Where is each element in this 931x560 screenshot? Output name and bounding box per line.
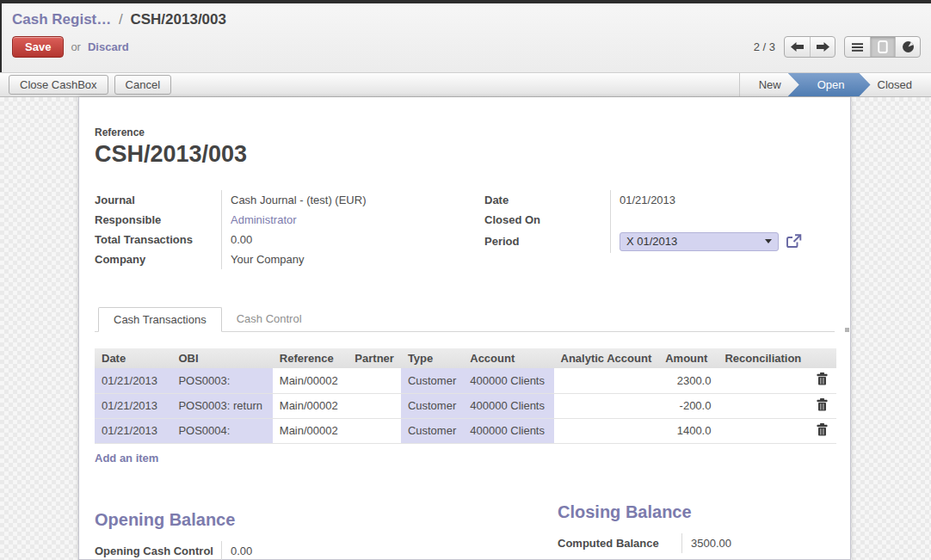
- cell-obi[interactable]: POS0004:: [171, 418, 272, 443]
- list-view-button[interactable]: [845, 37, 870, 57]
- field-opening-cash-control: Opening Cash Control 0.00: [95, 541, 558, 560]
- cell-reference[interactable]: Main/00002: [273, 368, 348, 393]
- col-header-delete: [808, 348, 836, 368]
- cell-obi[interactable]: POS0003:: [171, 368, 272, 393]
- col-header-obi[interactable]: OBI: [171, 348, 272, 368]
- trash-icon: [817, 423, 828, 436]
- cash-transactions-table: DateOBIReferencePartnerTypeAccountAnalyt…: [95, 348, 836, 444]
- cell-account[interactable]: 400000 Clients: [463, 368, 553, 393]
- total-transactions-label: Total Transactions: [95, 230, 222, 249]
- cancel-button[interactable]: Cancel: [114, 75, 171, 95]
- cell-partner[interactable]: [348, 368, 401, 393]
- cell-reference[interactable]: Main/00002: [273, 418, 348, 443]
- cell-reconciliation[interactable]: [718, 393, 808, 418]
- opening-cash-control-value: 0.00: [222, 545, 558, 557]
- journal-value: Cash Journal - (test) (EUR): [222, 194, 484, 206]
- cell-amount[interactable]: 2300.0: [658, 368, 718, 393]
- col-header-amount[interactable]: Amount: [658, 348, 718, 368]
- cell-partner[interactable]: [348, 418, 401, 443]
- field-company: Company Your Company: [95, 249, 484, 269]
- app-header: Cash Regist… / CSH/2013/003 Save or Disc…: [0, 3, 931, 72]
- save-button[interactable]: Save: [12, 36, 64, 58]
- cell-amount[interactable]: 1400.0: [658, 418, 718, 443]
- computed-balance-value: 3500.00: [682, 537, 835, 550]
- table-row[interactable]: 01/21/2013POS0004:Main/00002Customer4000…: [95, 418, 836, 443]
- col-header-type[interactable]: Type: [401, 348, 463, 368]
- responsible-link[interactable]: Administrator: [231, 213, 297, 226]
- tab-cash-transactions[interactable]: Cash Transactions: [98, 307, 222, 332]
- cell-analytic-account[interactable]: [554, 368, 659, 393]
- cell-reference[interactable]: Main/00002: [273, 393, 348, 418]
- field-journal: Journal Cash Journal - (test) (EUR): [95, 190, 484, 210]
- period-label: Period: [484, 230, 611, 253]
- list-view-icon: [852, 42, 863, 52]
- pager-count: 2 / 3: [754, 40, 775, 53]
- delete-row-button[interactable]: [808, 418, 836, 443]
- closing-balance-section: Closing Balance Computed Balance 3500.00: [558, 502, 835, 560]
- col-header-partner[interactable]: Partner: [348, 348, 401, 368]
- responsible-label: Responsible: [95, 210, 222, 230]
- table-header-row: DateOBIReferencePartnerTypeAccountAnalyt…: [95, 348, 836, 368]
- cell-date[interactable]: 01/21/2013: [95, 393, 171, 418]
- col-header-reference[interactable]: Reference: [273, 348, 348, 368]
- trash-icon: [817, 398, 828, 411]
- tab-cash-control[interactable]: Cash Control: [222, 307, 317, 331]
- cell-type[interactable]: Customer: [401, 418, 463, 443]
- breadcrumb: Cash Regist… / CSH/2013/003: [12, 3, 921, 28]
- reference-label: Reference: [95, 126, 835, 138]
- opening-balance-section: Opening Balance Opening Cash Control 0.0…: [95, 510, 558, 560]
- pager-next-button[interactable]: [810, 37, 835, 57]
- cell-reconciliation[interactable]: [718, 368, 808, 393]
- graph-view-button[interactable]: [895, 37, 920, 57]
- delete-row-button[interactable]: [808, 368, 836, 393]
- opening-cash-control-label: Opening Cash Control: [95, 541, 222, 560]
- cell-date[interactable]: 01/21/2013: [95, 368, 171, 393]
- external-link-icon[interactable]: [786, 234, 802, 249]
- period-select[interactable]: X 01/2013: [620, 232, 779, 251]
- trash-icon: [817, 372, 828, 385]
- table-scrollbar-dot: [845, 328, 849, 332]
- closed-on-label: Closed On: [484, 210, 611, 230]
- col-header-account[interactable]: Account: [463, 348, 553, 368]
- cell-analytic-account[interactable]: [554, 418, 659, 443]
- period-selected-value: X 01/2013: [626, 235, 765, 248]
- cell-type[interactable]: Customer: [401, 368, 463, 393]
- pager-buttons: [784, 36, 835, 58]
- cell-reconciliation[interactable]: [718, 418, 808, 443]
- cell-obi[interactable]: POS0003: return: [171, 393, 272, 418]
- cell-account[interactable]: 400000 Clients: [463, 393, 553, 418]
- breadcrumb-separator: /: [115, 11, 126, 28]
- form-view-icon: [878, 40, 888, 53]
- col-header-analytic-account[interactable]: Analytic Account: [554, 348, 659, 368]
- field-date: Date 01/21/2013: [484, 190, 835, 210]
- cell-account[interactable]: 400000 Clients: [463, 418, 553, 443]
- date-value: 01/21/2013: [611, 194, 835, 206]
- right-arrow-icon: [816, 41, 830, 52]
- delete-row-button[interactable]: [808, 393, 836, 418]
- add-an-item-link[interactable]: Add an item: [95, 452, 158, 465]
- cell-date[interactable]: 01/21/2013: [95, 418, 171, 443]
- statusbar: New Open Closed: [739, 73, 931, 96]
- table-row[interactable]: 01/21/2013POS0003:Main/00002Customer4000…: [95, 368, 836, 393]
- company-label: Company: [95, 249, 222, 269]
- pie-chart-icon: [902, 40, 915, 53]
- breadcrumb-parent-link[interactable]: Cash Regist…: [12, 11, 111, 28]
- field-closed-on: Closed On: [484, 210, 835, 230]
- content-background: Reference CSH/2013/003 Journal Cash Jour…: [0, 97, 931, 560]
- field-total-transactions: Total Transactions 0.00: [95, 230, 484, 249]
- form-view-button[interactable]: [870, 37, 895, 57]
- cell-partner[interactable]: [348, 393, 401, 418]
- close-cashbox-button[interactable]: Close CashBox: [9, 75, 108, 95]
- cell-amount[interactable]: -200.0: [658, 393, 718, 418]
- table-row[interactable]: 01/21/2013POS0003: returnMain/00002Custo…: [95, 393, 836, 418]
- pager-prev-button[interactable]: [785, 37, 810, 57]
- cell-type[interactable]: Customer: [401, 393, 463, 418]
- cell-analytic-account[interactable]: [554, 393, 659, 418]
- discard-link[interactable]: Discard: [88, 40, 129, 53]
- col-header-reconciliation[interactable]: Reconciliation: [718, 348, 808, 368]
- journal-label: Journal: [95, 190, 222, 210]
- form-sheet: Reference CSH/2013/003 Journal Cash Jour…: [78, 97, 851, 560]
- col-header-date[interactable]: Date: [95, 348, 171, 368]
- computed-balance-label: Computed Balance: [558, 533, 682, 553]
- notebook-tabs: Cash Transactions Cash Control: [95, 307, 835, 332]
